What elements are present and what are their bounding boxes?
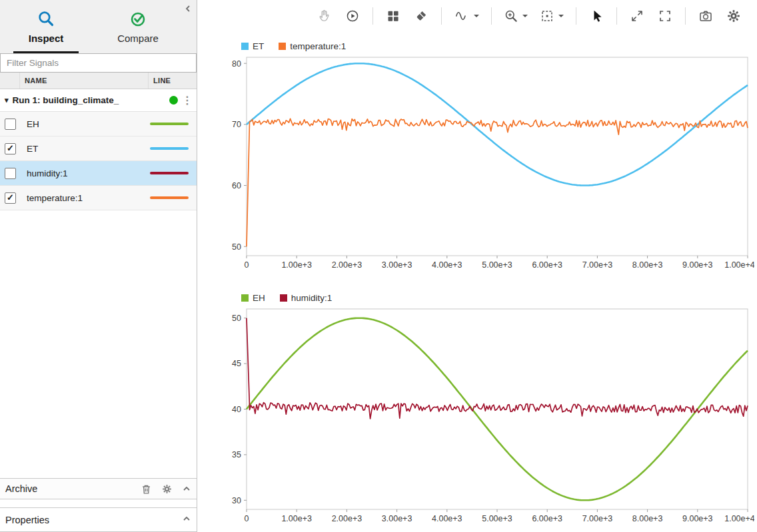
plot-toolbar — [197, 0, 757, 32]
fit-to-view-button[interactable] — [536, 6, 568, 26]
chevron-left-icon — [183, 4, 193, 13]
svg-text:1.00e+4: 1.00e+4 — [724, 260, 754, 270]
filter-signals — [0, 53, 197, 73]
svg-text:8.00e+3: 8.00e+3 — [632, 260, 663, 270]
svg-text:2.00e+3: 2.00e+3 — [332, 260, 363, 270]
svg-text:8.00e+3: 8.00e+3 — [632, 514, 663, 523]
signal-checkbox[interactable]: ✓ — [5, 143, 16, 154]
svg-text:9.00e+3: 9.00e+3 — [682, 260, 713, 270]
snapshot-camera-button[interactable] — [694, 6, 718, 26]
signal-line-swatch — [150, 123, 189, 125]
eraser-button[interactable] — [409, 6, 433, 26]
signal-name: EH — [27, 119, 39, 129]
archive-section-header[interactable]: Archive — [0, 478, 197, 499]
svg-text:3.00e+3: 3.00e+3 — [382, 514, 412, 523]
signal-name: humidity:1 — [27, 168, 68, 178]
zoom-in-icon — [504, 9, 518, 23]
svg-text:4.00e+3: 4.00e+3 — [432, 514, 462, 523]
fit-to-view-icon — [540, 9, 554, 23]
svg-text:9.00e+3: 9.00e+3 — [682, 514, 713, 523]
run-row[interactable]: ▾ Run 1: building_climate_ ⋮ — [0, 89, 197, 112]
signal-checkbox[interactable]: ✓ — [5, 192, 16, 204]
svg-text:5.00e+3: 5.00e+3 — [482, 514, 512, 523]
gear-small-icon[interactable] — [161, 483, 173, 495]
run-expand-arrow-icon[interactable]: ▾ — [5, 96, 9, 105]
eraser-icon — [414, 9, 428, 23]
replay-button[interactable] — [341, 6, 365, 26]
svg-text:70: 70 — [232, 120, 241, 129]
run-status-dot — [169, 96, 178, 105]
fullscreen-brackets-icon — [658, 9, 672, 23]
svg-text:1.00e+4: 1.00e+4 — [724, 514, 754, 523]
filter-signals-input[interactable] — [0, 53, 197, 73]
expand-arrows-icon — [630, 9, 644, 23]
pan-hand-button[interactable] — [313, 6, 337, 26]
legend-item[interactable]: ET — [241, 41, 264, 51]
legend-swatch — [279, 43, 286, 50]
toolbar-separator — [491, 7, 492, 25]
svg-text:7.00e+3: 7.00e+3 — [582, 514, 613, 523]
layout-grid-icon — [386, 9, 400, 23]
properties-label: Properties — [5, 515, 49, 525]
svg-text:5.00e+3: 5.00e+3 — [482, 260, 512, 270]
legend-item[interactable]: EH — [241, 293, 265, 303]
camera-icon — [698, 9, 713, 23]
tab-inspect-label: Inspect — [29, 33, 64, 44]
name-column-header: NAME — [20, 73, 149, 89]
signal-table-header: NAME LINE — [0, 73, 197, 89]
signal-name: temperature:1 — [27, 193, 83, 203]
legend-item[interactable]: humidity:1 — [280, 293, 333, 303]
layout-grid-button[interactable] — [381, 6, 405, 26]
chart-top-legend: ETtemperature:1 — [241, 40, 757, 52]
sidebar-empty-area — [0, 210, 197, 478]
chevron-down-icon — [474, 15, 479, 17]
signal-line-swatch — [150, 147, 189, 150]
collapse-sidebar-button[interactable] — [182, 3, 194, 15]
chart-top-plot[interactable]: 5060708001.00e+32.00e+33.00e+34.00e+35.0… — [217, 53, 754, 274]
signal-row-et[interactable]: ✓ ET — [0, 136, 197, 161]
svg-text:6.00e+3: 6.00e+3 — [532, 514, 562, 523]
sidebar: Inspect Compare NAME LINE — [0, 0, 197, 532]
trash-icon[interactable] — [141, 483, 152, 495]
archive-content-area — [0, 499, 197, 507]
expand-plot-button[interactable] — [625, 6, 649, 26]
signal-checkbox[interactable] — [5, 119, 16, 130]
signal-checkbox[interactable] — [5, 168, 16, 179]
run-menu-kebab-icon[interactable]: ⋮ — [178, 94, 197, 107]
settings-gear-button[interactable] — [722, 6, 746, 26]
archive-label: Archive — [5, 483, 37, 494]
signal-wave-icon — [454, 9, 470, 23]
svg-text:35: 35 — [232, 450, 241, 459]
signal-row-eh[interactable]: EH — [0, 112, 197, 136]
plot-area: ETtemperature:1 5060708001.00e+32.00e+33… — [197, 0, 757, 532]
signal-row-humidity[interactable]: humidity:1 — [0, 161, 197, 186]
chevron-up-icon[interactable] — [182, 484, 191, 493]
zoom-in-button[interactable] — [500, 6, 532, 26]
svg-text:50: 50 — [232, 242, 241, 252]
pointer-select-button[interactable] — [584, 6, 608, 26]
run-label: Run 1: building_climate_ — [13, 95, 119, 105]
svg-text:7.00e+3: 7.00e+3 — [582, 260, 613, 270]
svg-text:6.00e+3: 6.00e+3 — [532, 260, 562, 270]
signal-row-temperature[interactable]: ✓ temperature:1 — [0, 186, 197, 210]
tab-compare[interactable]: Compare — [92, 0, 184, 53]
circle-play-icon — [345, 9, 360, 23]
svg-text:50: 50 — [232, 314, 241, 323]
svg-text:0: 0 — [245, 514, 249, 523]
chart-bottom-plot[interactable]: 303540455001.00e+32.00e+33.00e+34.00e+35… — [217, 305, 754, 528]
fullscreen-button[interactable] — [653, 6, 677, 26]
legend-swatch — [241, 294, 249, 302]
chevron-up-icon[interactable] — [182, 514, 191, 523]
hand-icon — [317, 9, 332, 23]
chevron-down-icon — [558, 15, 564, 17]
sidebar-tabs: Inspect Compare — [0, 0, 197, 53]
toolbar-separator — [685, 7, 686, 25]
svg-text:30: 30 — [232, 496, 241, 505]
toolbar-separator — [576, 7, 576, 25]
legend-item[interactable]: temperature:1 — [279, 41, 346, 51]
chart-bottom: EHhumidity:1 303540455001.00e+32.00e+33.… — [197, 277, 757, 531]
signal-trace-button[interactable] — [450, 6, 483, 26]
signal-name: ET — [27, 144, 38, 154]
properties-section-header[interactable]: Properties — [0, 507, 197, 532]
tab-inspect[interactable]: Inspect — [0, 0, 92, 53]
